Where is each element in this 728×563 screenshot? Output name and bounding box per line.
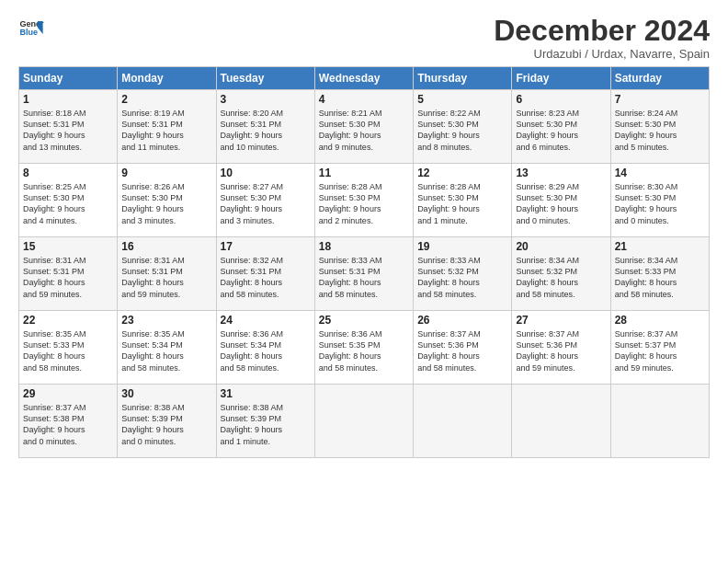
- day-number: 15: [23, 240, 113, 253]
- day-info: Sunrise: 8:33 AM Sunset: 5:31 PM Dayligh…: [319, 255, 409, 300]
- day-cell: 25Sunrise: 8:36 AM Sunset: 5:35 PM Dayli…: [314, 311, 413, 385]
- day-cell: 17Sunrise: 8:32 AM Sunset: 5:31 PM Dayli…: [216, 237, 314, 311]
- day-info: Sunrise: 8:36 AM Sunset: 5:35 PM Dayligh…: [319, 328, 409, 373]
- day-cell: [610, 385, 709, 458]
- day-info: Sunrise: 8:33 AM Sunset: 5:32 PM Dayligh…: [417, 255, 507, 300]
- day-info: Sunrise: 8:24 AM Sunset: 5:30 PM Dayligh…: [615, 108, 705, 153]
- day-number: 6: [516, 93, 606, 106]
- day-cell: 2Sunrise: 8:19 AM Sunset: 5:31 PM Daylig…: [118, 90, 216, 164]
- col-header-sunday: Sunday: [19, 67, 118, 90]
- week-row-2: 8Sunrise: 8:25 AM Sunset: 5:30 PM Daylig…: [19, 164, 710, 237]
- day-info: Sunrise: 8:20 AM Sunset: 5:31 PM Dayligh…: [221, 108, 311, 153]
- day-number: 31: [221, 387, 311, 400]
- day-number: 21: [615, 240, 705, 253]
- week-row-1: 1Sunrise: 8:18 AM Sunset: 5:31 PM Daylig…: [19, 90, 710, 164]
- col-header-tuesday: Tuesday: [216, 67, 314, 90]
- day-info: Sunrise: 8:23 AM Sunset: 5:30 PM Dayligh…: [516, 108, 606, 153]
- day-number: 1: [23, 93, 113, 106]
- day-cell: 18Sunrise: 8:33 AM Sunset: 5:31 PM Dayli…: [314, 237, 413, 311]
- day-cell: 3Sunrise: 8:20 AM Sunset: 5:31 PM Daylig…: [216, 90, 314, 164]
- day-info: Sunrise: 8:22 AM Sunset: 5:30 PM Dayligh…: [417, 108, 507, 153]
- week-row-5: 29Sunrise: 8:37 AM Sunset: 5:38 PM Dayli…: [19, 385, 710, 458]
- col-header-wednesday: Wednesday: [314, 67, 413, 90]
- header: General Blue December 2024 Urdazubi / Ur…: [18, 15, 710, 61]
- week-row-3: 15Sunrise: 8:31 AM Sunset: 5:31 PM Dayli…: [19, 237, 710, 311]
- day-cell: 12Sunrise: 8:28 AM Sunset: 5:30 PM Dayli…: [414, 164, 512, 237]
- day-cell: 31Sunrise: 8:38 AM Sunset: 5:39 PM Dayli…: [216, 385, 314, 458]
- day-number: 4: [319, 93, 409, 106]
- day-info: Sunrise: 8:34 AM Sunset: 5:32 PM Dayligh…: [516, 255, 606, 300]
- day-number: 10: [221, 167, 311, 179]
- day-info: Sunrise: 8:31 AM Sunset: 5:31 PM Dayligh…: [23, 255, 113, 300]
- day-number: 30: [121, 387, 211, 400]
- day-info: Sunrise: 8:28 AM Sunset: 5:30 PM Dayligh…: [319, 181, 409, 226]
- day-number: 23: [121, 314, 211, 327]
- day-info: Sunrise: 8:30 AM Sunset: 5:30 PM Dayligh…: [615, 181, 705, 226]
- header-row: SundayMondayTuesdayWednesdayThursdayFrid…: [19, 67, 710, 90]
- day-cell: 6Sunrise: 8:23 AM Sunset: 5:30 PM Daylig…: [512, 90, 610, 164]
- day-cell: [314, 385, 413, 458]
- day-number: 20: [516, 240, 606, 253]
- day-number: 2: [121, 93, 211, 106]
- col-header-thursday: Thursday: [414, 67, 512, 90]
- day-number: 28: [615, 314, 705, 327]
- day-cell: [414, 385, 512, 458]
- day-info: Sunrise: 8:26 AM Sunset: 5:30 PM Dayligh…: [121, 181, 211, 226]
- day-info: Sunrise: 8:19 AM Sunset: 5:31 PM Dayligh…: [121, 108, 211, 153]
- day-number: 26: [417, 314, 507, 327]
- day-cell: 30Sunrise: 8:38 AM Sunset: 5:39 PM Dayli…: [118, 385, 216, 458]
- svg-text:Blue: Blue: [19, 28, 38, 37]
- day-number: 19: [417, 240, 507, 253]
- svg-marker-2: [38, 21, 43, 34]
- day-cell: 5Sunrise: 8:22 AM Sunset: 5:30 PM Daylig…: [414, 90, 512, 164]
- col-header-friday: Friday: [512, 67, 610, 90]
- day-cell: 11Sunrise: 8:28 AM Sunset: 5:30 PM Dayli…: [314, 164, 413, 237]
- day-number: 13: [516, 167, 606, 179]
- day-cell: 28Sunrise: 8:37 AM Sunset: 5:37 PM Dayli…: [610, 311, 709, 385]
- day-number: 27: [516, 314, 606, 327]
- day-number: 9: [121, 167, 211, 179]
- day-number: 17: [221, 240, 311, 253]
- day-cell: 27Sunrise: 8:37 AM Sunset: 5:36 PM Dayli…: [512, 311, 610, 385]
- day-number: 16: [121, 240, 211, 253]
- day-cell: 4Sunrise: 8:21 AM Sunset: 5:30 PM Daylig…: [314, 90, 413, 164]
- day-number: 12: [417, 167, 507, 179]
- day-number: 22: [23, 314, 113, 327]
- day-cell: 24Sunrise: 8:36 AM Sunset: 5:34 PM Dayli…: [216, 311, 314, 385]
- day-info: Sunrise: 8:28 AM Sunset: 5:30 PM Dayligh…: [417, 181, 507, 226]
- day-number: 8: [23, 167, 113, 179]
- day-number: 11: [319, 167, 409, 179]
- location-subtitle: Urdazubi / Urdax, Navarre, Spain: [494, 47, 710, 61]
- calendar-table: SundayMondayTuesdayWednesdayThursdayFrid…: [18, 66, 710, 458]
- day-info: Sunrise: 8:38 AM Sunset: 5:39 PM Dayligh…: [121, 402, 211, 447]
- day-cell: 7Sunrise: 8:24 AM Sunset: 5:30 PM Daylig…: [610, 90, 709, 164]
- day-cell: 21Sunrise: 8:34 AM Sunset: 5:33 PM Dayli…: [610, 237, 709, 311]
- day-cell: [512, 385, 610, 458]
- day-info: Sunrise: 8:36 AM Sunset: 5:34 PM Dayligh…: [221, 328, 311, 373]
- day-info: Sunrise: 8:37 AM Sunset: 5:36 PM Dayligh…: [417, 328, 507, 373]
- day-cell: 16Sunrise: 8:31 AM Sunset: 5:31 PM Dayli…: [118, 237, 216, 311]
- day-cell: 26Sunrise: 8:37 AM Sunset: 5:36 PM Dayli…: [414, 311, 512, 385]
- day-cell: 1Sunrise: 8:18 AM Sunset: 5:31 PM Daylig…: [19, 90, 118, 164]
- day-info: Sunrise: 8:37 AM Sunset: 5:36 PM Dayligh…: [516, 328, 606, 373]
- day-cell: 22Sunrise: 8:35 AM Sunset: 5:33 PM Dayli…: [19, 311, 118, 385]
- day-cell: 9Sunrise: 8:26 AM Sunset: 5:30 PM Daylig…: [118, 164, 216, 237]
- logo: General Blue: [18, 15, 44, 40]
- day-number: 24: [221, 314, 311, 327]
- day-number: 14: [615, 167, 705, 179]
- day-info: Sunrise: 8:29 AM Sunset: 5:30 PM Dayligh…: [516, 181, 606, 226]
- day-info: Sunrise: 8:38 AM Sunset: 5:39 PM Dayligh…: [221, 402, 311, 447]
- main-container: General Blue December 2024 Urdazubi / Ur…: [0, 0, 728, 467]
- day-cell: 29Sunrise: 8:37 AM Sunset: 5:38 PM Dayli…: [19, 385, 118, 458]
- day-cell: 8Sunrise: 8:25 AM Sunset: 5:30 PM Daylig…: [19, 164, 118, 237]
- day-number: 5: [417, 93, 507, 106]
- day-info: Sunrise: 8:25 AM Sunset: 5:30 PM Dayligh…: [23, 181, 113, 226]
- day-number: 7: [615, 93, 705, 106]
- day-info: Sunrise: 8:34 AM Sunset: 5:33 PM Dayligh…: [615, 255, 705, 300]
- day-info: Sunrise: 8:18 AM Sunset: 5:31 PM Dayligh…: [23, 108, 113, 153]
- day-cell: 19Sunrise: 8:33 AM Sunset: 5:32 PM Dayli…: [414, 237, 512, 311]
- day-cell: 13Sunrise: 8:29 AM Sunset: 5:30 PM Dayli…: [512, 164, 610, 237]
- day-info: Sunrise: 8:27 AM Sunset: 5:30 PM Dayligh…: [221, 181, 311, 226]
- day-info: Sunrise: 8:35 AM Sunset: 5:34 PM Dayligh…: [121, 328, 211, 373]
- day-cell: 15Sunrise: 8:31 AM Sunset: 5:31 PM Dayli…: [19, 237, 118, 311]
